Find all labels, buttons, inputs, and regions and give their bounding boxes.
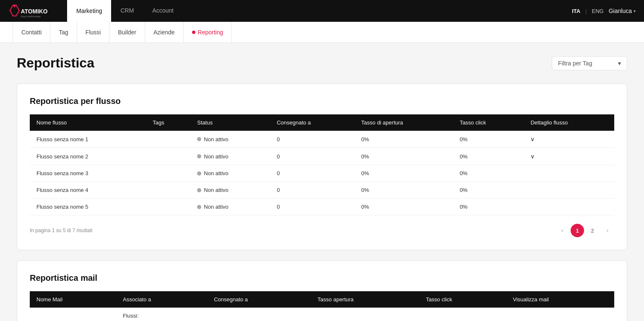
mail-consegnato [207, 308, 311, 321]
flusso-nome: Flusso senza nome 4 [30, 182, 146, 199]
nav-tag[interactable]: Tag [50, 22, 77, 43]
flusso-section-title: Reportistica per flusso [30, 96, 614, 106]
flusso-consegnato: 0 [270, 131, 354, 148]
status-label: Non attivo [204, 187, 229, 193]
flusso-nome: Flusso senza nome 5 [30, 199, 146, 215]
flusso-table-row: Flusso senza nome 5 Non attivo 0 0% 0% [30, 199, 614, 215]
pagination-page-2[interactable]: 2 [586, 224, 599, 237]
status-dot-icon [197, 137, 201, 141]
filter-tag-label: Filtra per Tag [558, 60, 592, 67]
flusso-apertura: 0% [355, 165, 453, 182]
flusso-apertura: 0% [355, 148, 453, 165]
mail-table: Nome Mail Associato a Consegnato a Tasso… [30, 291, 614, 321]
flusso-status: Non attivo [190, 165, 270, 182]
chevron-down-icon: ▾ [634, 9, 636, 13]
mail-nome [30, 308, 116, 321]
flusso-status: Non attivo [190, 182, 270, 199]
nav-right: ITA | ENG Gianluca ▾ [572, 8, 636, 14]
pagination-row: In pagina 1 su 5 di 7 risultati ‹ 1 2 › [30, 224, 614, 237]
flusso-dettaglio[interactable]: ∨ [524, 148, 614, 165]
col-click: Tasso click [453, 114, 524, 131]
nav-contatti[interactable]: Contatti [13, 22, 50, 43]
col-tags: Tags [146, 114, 190, 131]
col-consegnato-mail: Consegnato a [207, 291, 311, 308]
flusso-table-row: Flusso senza nome 2 Non attivo 0 0% 0% ∨ [30, 148, 614, 165]
pagination-info: In pagina 1 su 5 di 7 risultati [30, 228, 92, 233]
flusso-status: Non attivo [190, 148, 270, 165]
status-dot-icon [197, 188, 201, 192]
col-tasso-apertura: Tasso apertura [311, 291, 419, 308]
status-dot-icon [197, 154, 201, 158]
nav-tab-marketing[interactable]: Marketing [67, 0, 111, 22]
flusso-click: 0% [453, 199, 524, 215]
pagination-controls: ‹ 1 2 › [556, 224, 614, 237]
pagination-next[interactable]: › [601, 224, 614, 237]
col-associato: Associato a [116, 291, 207, 308]
flusso-tags [146, 131, 190, 148]
flusso-status: Non attivo [190, 131, 270, 148]
flusso-nome: Flusso senza nome 2 [30, 148, 146, 165]
mail-table-row: Flussi: [30, 308, 614, 321]
mail-apertura [311, 308, 419, 321]
flusso-table-row: Flusso senza nome 1 Non attivo 0 0% 0% ∨ [30, 131, 614, 148]
svg-text:Enjoy fast&strategy: Enjoy fast&strategy [21, 15, 41, 18]
user-menu[interactable]: Gianluca ▾ [609, 8, 636, 14]
flusso-click: 0% [453, 182, 524, 199]
flusso-consegnato: 0 [270, 165, 354, 182]
mail-click [419, 308, 506, 321]
flusso-tags [146, 148, 190, 165]
flusso-tags [146, 165, 190, 182]
page-header: Reportistica Filtra per Tag ▾ [17, 55, 627, 71]
col-visualizza: Visualizza mail [506, 291, 614, 308]
mail-associato: Flussi: [116, 308, 207, 321]
flusso-nome: Flusso senza nome 1 [30, 131, 146, 148]
nav-tabs: Marketing CRM Account [67, 0, 183, 22]
lang-ita[interactable]: ITA [572, 8, 580, 14]
svg-marker-1 [13, 5, 16, 8]
filter-tag-dropdown[interactable]: Filtra per Tag ▾ [552, 56, 627, 70]
mail-table-header: Nome Mail Associato a Consegnato a Tasso… [30, 291, 614, 308]
flusso-apertura: 0% [355, 199, 453, 215]
pagination-prev[interactable]: ‹ [556, 224, 569, 237]
status-label: Non attivo [204, 153, 229, 160]
mail-section-title: Reportistica mail [30, 273, 614, 283]
flusso-dettaglio [524, 165, 614, 182]
col-status: Status [190, 114, 270, 131]
col-dettaglio: Dettaglio flusso [524, 114, 614, 131]
pagination-page-1[interactable]: 1 [571, 224, 584, 237]
reporting-dot-icon [192, 31, 195, 34]
svg-text:ATOMIKO: ATOMIKO [21, 8, 48, 15]
top-navigation: ATOMIKO Enjoy fast&strategy Marketing CR… [0, 0, 644, 22]
nav-reporting-label: Reporting [198, 29, 223, 36]
mail-table-card: Reportistica mail Nome Mail Associato a … [17, 260, 627, 321]
nav-reporting[interactable]: Reporting [184, 22, 232, 43]
flusso-table-row: Flusso senza nome 4 Non attivo 0 0% 0% [30, 182, 614, 199]
nav-aziende[interactable]: Aziende [145, 22, 184, 43]
user-name: Gianluca [609, 8, 632, 14]
nav-builder[interactable]: Builder [109, 22, 145, 43]
flusso-dettaglio [524, 199, 614, 215]
flusso-consegnato: 0 [270, 148, 354, 165]
status-label: Non attivo [204, 204, 229, 210]
chevron-down-icon[interactable]: ∨ [530, 136, 535, 142]
nav-tab-crm[interactable]: CRM [111, 0, 143, 22]
flusso-tags [146, 182, 190, 199]
chevron-down-icon[interactable]: ∨ [530, 153, 535, 160]
flusso-dettaglio[interactable]: ∨ [524, 131, 614, 148]
flusso-table-header: Nome flusso Tags Status Consegnato a Tas… [30, 114, 614, 131]
lang-eng[interactable]: ENG [592, 8, 604, 14]
nav-left: ATOMIKO Enjoy fast&strategy Marketing CR… [8, 0, 183, 22]
flusso-tags [146, 199, 190, 215]
status-dot-icon [197, 171, 201, 176]
flusso-table-card: Reportistica per flusso Nome flusso Tags… [17, 83, 627, 250]
chevron-down-icon: ▾ [618, 60, 621, 67]
flusso-status: Non attivo [190, 199, 270, 215]
nav-tab-account[interactable]: Account [143, 0, 183, 22]
flusso-consegnato: 0 [270, 182, 354, 199]
col-consegnato: Consegnato a [270, 114, 354, 131]
status-label: Non attivo [204, 136, 229, 142]
flusso-consegnato: 0 [270, 199, 354, 215]
logo[interactable]: ATOMIKO Enjoy fast&strategy [8, 3, 59, 18]
nav-flussi[interactable]: Flussi [77, 22, 110, 43]
second-navigation: Contatti Tag Flussi Builder Aziende Repo… [0, 22, 644, 43]
